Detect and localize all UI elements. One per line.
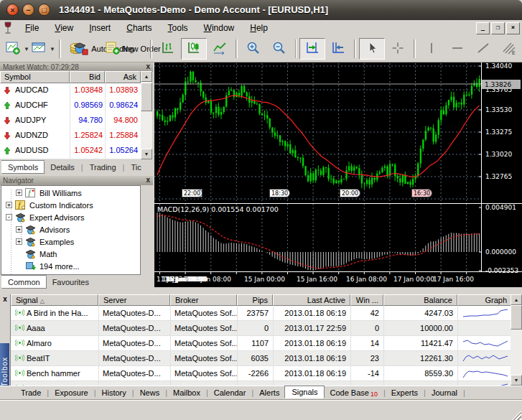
auto-scroll-button[interactable] (299, 38, 325, 60)
column-header-bid[interactable]: Bid (70, 71, 105, 83)
navigator-close-icon[interactable]: x (146, 176, 150, 185)
column-header-balance[interactable]: Balance (383, 294, 457, 306)
mdi-minimize-button[interactable]: _ (476, 22, 490, 34)
market-watch-row[interactable]: AUDJPY94.78094.800 (0, 113, 141, 129)
navigator-header[interactable]: Navigator x (0, 176, 153, 185)
cursor-button[interactable] (359, 38, 385, 60)
column-header-signal[interactable]: Signal △ (11, 294, 98, 306)
column-header-pips[interactable]: Pips (237, 294, 273, 306)
candles-chart-button[interactable] (181, 38, 207, 60)
market-watch-row[interactable]: AUDCAD1.038481.03893 (0, 83, 141, 99)
news-event-tag[interactable]: 20:00 (340, 189, 360, 197)
toolbox-tab-journal[interactable]: Journal (427, 388, 462, 398)
column-header-win-[interactable]: Win ... (350, 294, 383, 306)
vertical-line-button[interactable] (419, 38, 444, 60)
market-watch-row[interactable]: AUDUSD1.052421.05264 (0, 144, 141, 159)
resize-grip[interactable] (512, 411, 521, 420)
expand-icon[interactable]: + (16, 238, 22, 245)
signals-scroll-thumb[interactable] (511, 305, 522, 330)
expand-icon[interactable]: + (6, 202, 12, 208)
market-watch-row[interactable]: AUDNZD1.258241.25884 (0, 129, 141, 144)
symbol-cell: AUDUSD (15, 146, 48, 154)
window-minimize-button[interactable]: − (22, 4, 34, 16)
navigator-item-examples[interactable]: +Examples (16, 235, 74, 248)
mdi-close-button[interactable]: × (506, 22, 520, 34)
signal-row[interactable]: Bench hammerMetaQuotes-D...MetaQuotes So… (11, 366, 511, 381)
toolbox-tab-exposure[interactable]: Exposure (50, 388, 93, 398)
news-event-tag[interactable]: 22:00 (182, 189, 202, 197)
market-watch-scroll-thumb[interactable] (141, 83, 152, 111)
window-close-button[interactable]: × (6, 4, 19, 16)
market-watch-close-icon[interactable]: x (146, 62, 150, 71)
market-watch-tab-tic[interactable]: Tic (125, 162, 146, 173)
toolbox-tab-alerts[interactable]: Alerts (254, 388, 284, 398)
symbol-cell: AUDCHF (15, 101, 48, 109)
signal-row[interactable]: BeatITMetaQuotes-D...MetaQuotes Sof...60… (11, 351, 511, 366)
navigator-item-custom-indicators[interactable]: +fCustom Indicators (6, 199, 93, 211)
toolbox-tab-calendar[interactable]: Calendar (209, 388, 251, 398)
signals-scroll-down-icon[interactable]: ▼ (511, 375, 522, 386)
horizontal-line-button[interactable] (444, 38, 470, 60)
menu-item-window[interactable]: Window (196, 20, 243, 36)
news-event-tag[interactable]: 16:30 (411, 189, 432, 197)
column-header-last-active[interactable]: Last Active (273, 294, 350, 306)
toolbox-tab-experts[interactable]: Experts (386, 388, 423, 398)
menu-item-file[interactable]: File (17, 20, 47, 36)
column-header-graph[interactable]: Graph (457, 294, 511, 306)
navigator-item-advisors[interactable]: +Advisors (16, 223, 70, 235)
trendline-button[interactable] (470, 38, 496, 60)
navigator-tab-common[interactable]: Common (1, 276, 47, 289)
navigator-item-194-more-[interactable]: 194 more... (16, 260, 80, 272)
column-divider (273, 336, 274, 350)
mdi-restore-button[interactable]: ❐ (491, 22, 505, 34)
column-header-ask[interactable]: Ask (105, 71, 141, 83)
navigator-item-expert-advisors[interactable]: -Expert Advisors (6, 211, 84, 223)
menu-item-charts[interactable]: Charts (118, 20, 159, 36)
column-header-server[interactable]: Server (98, 294, 170, 306)
toolbox-tab-signals[interactable]: Signals (284, 386, 325, 398)
column-header-broker[interactable]: Broker (170, 294, 237, 306)
expand-icon[interactable]: + (16, 226, 22, 233)
toolbox-tab-trade[interactable]: Trade (16, 388, 46, 398)
market-watch-tab-symbols[interactable]: Symbols (1, 161, 45, 174)
collapse-icon[interactable]: - (6, 214, 12, 220)
toolbar-separator (150, 39, 152, 58)
signal-row[interactable]: AaaaMetaQuotes-D...MetaQuotes Sof...0201… (11, 321, 511, 336)
price-chart[interactable]: 1.337651.340401.335301.332751.330201.327… (154, 62, 522, 287)
window-maximize-button[interactable]: □ (38, 4, 50, 16)
navigator-tab-favourites[interactable]: Favourites (47, 276, 95, 288)
new-chart-button[interactable]: ▼ (4, 38, 30, 60)
signal-row[interactable]: AlmaroMetaQuotes-D...MetaQuotes Sof...11… (11, 336, 511, 351)
market-watch-scroll-up-icon[interactable]: ▲ (141, 71, 152, 82)
market-watch-row[interactable]: AUDCHF0.985690.98624 (0, 98, 141, 114)
menu-item-tools[interactable]: Tools (160, 20, 196, 36)
menu-item-view[interactable]: View (47, 20, 81, 36)
market-watch-scroll-down-icon[interactable]: ▼ (141, 149, 152, 159)
signal-row[interactable]: A Bird in the Ha...MetaQuotes-D...MetaQu… (11, 306, 511, 321)
new-order-button[interactable]: New Order (119, 38, 147, 60)
news-event-tag[interactable]: 18:30 (269, 189, 290, 197)
market-watch-tab-trading[interactable]: Trading (84, 162, 122, 173)
navigator-item-bill-williams[interactable]: +fBill Williams (16, 187, 82, 199)
line-chart-button[interactable] (207, 38, 233, 60)
toolbox-tab-history[interactable]: History (97, 388, 131, 398)
column-header-symbol[interactable]: Symbol (0, 71, 70, 83)
toolbox-tab-mailbox[interactable]: Mailbox (168, 388, 205, 398)
toolbox-close-icon[interactable]: x (1, 295, 9, 304)
signals-scroll-up-icon[interactable]: ▲ (511, 294, 522, 305)
market-watch-tab-details[interactable]: Details (45, 162, 80, 173)
toolbox-tab-code-base[interactable]: Code Base10 (325, 388, 382, 398)
fibonacci-button[interactable]: E (496, 38, 522, 60)
toolbox-tab-news[interactable]: News (135, 388, 165, 398)
navigator-item-math[interactable]: Math (16, 248, 57, 260)
chart-shift-button[interactable] (325, 38, 351, 60)
fibonacci-icon: E (501, 41, 517, 57)
profiles-button[interactable]: ▼ (30, 38, 56, 60)
zoom-out-button[interactable] (266, 38, 292, 60)
expand-icon[interactable]: + (16, 190, 22, 196)
menu-item-insert[interactable]: Insert (81, 20, 118, 36)
crosshair-button[interactable] (385, 38, 411, 60)
bars-chart-button[interactable] (155, 38, 181, 60)
menu-item-help[interactable]: Help (242, 20, 276, 36)
zoom-in-button[interactable] (241, 38, 266, 60)
